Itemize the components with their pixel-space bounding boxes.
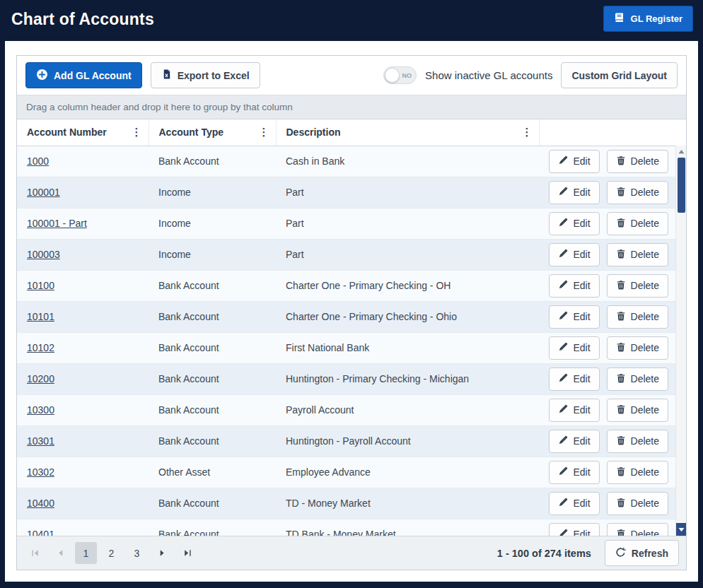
- account-number-link[interactable]: 10301: [27, 435, 54, 447]
- vertical-scrollbar[interactable]: [675, 146, 686, 536]
- delete-button[interactable]: Delete: [607, 181, 668, 204]
- actions-cell: EditDelete: [539, 519, 675, 536]
- edit-button[interactable]: Edit: [549, 243, 599, 266]
- delete-button[interactable]: Delete: [607, 150, 668, 173]
- delete-button[interactable]: Delete: [607, 368, 668, 391]
- pager: 123 1 - 100 of 274 items Refresh: [17, 536, 686, 570]
- page-button-1[interactable]: 1: [75, 542, 97, 564]
- refresh-button[interactable]: Refresh: [605, 540, 679, 566]
- table-row: 100001IncomePartEditDelete: [17, 177, 675, 208]
- description-cell: Payroll Account: [276, 394, 539, 425]
- delete-button[interactable]: Delete: [607, 274, 668, 298]
- delete-button[interactable]: Delete: [607, 523, 668, 536]
- trash-icon: [616, 187, 626, 199]
- column-header-actions: [539, 119, 675, 146]
- plus-icon: [36, 69, 48, 83]
- column-menu-icon[interactable]: ⋮: [129, 126, 144, 139]
- account-number-link[interactable]: 10401: [27, 529, 54, 536]
- page-button-2[interactable]: 2: [100, 542, 122, 564]
- account-type-cell: Income: [149, 208, 276, 239]
- pencil-icon: [558, 280, 568, 292]
- pencil-icon: [558, 155, 568, 167]
- account-type-cell: Bank Account: [149, 488, 276, 519]
- first-page-button[interactable]: [24, 542, 46, 564]
- edit-button[interactable]: Edit: [549, 492, 599, 515]
- account-number-link[interactable]: 10102: [27, 342, 54, 353]
- account-number-link[interactable]: 100001: [27, 187, 60, 198]
- gl-register-button[interactable]: GL Register: [603, 6, 693, 32]
- edit-button[interactable]: Edit: [549, 336, 599, 360]
- edit-button[interactable]: Edit: [549, 461, 599, 484]
- delete-button[interactable]: Delete: [607, 430, 668, 453]
- column-header-account-number[interactable]: Account Number⋮: [17, 119, 149, 146]
- table-row: 1000Bank AccountCash in BankEditDelete: [17, 146, 675, 177]
- table-body: 1000Bank AccountCash in BankEditDelete10…: [17, 146, 675, 536]
- edit-button[interactable]: Edit: [549, 523, 599, 536]
- column-label: Account Number: [27, 127, 107, 138]
- scroll-up-icon[interactable]: [676, 146, 687, 157]
- page-button-3[interactable]: 3: [126, 542, 148, 564]
- account-number-cell: 10102: [17, 332, 149, 363]
- previous-page-button[interactable]: [50, 542, 71, 564]
- trash-icon: [616, 280, 626, 292]
- account-number-link[interactable]: 100003: [27, 249, 60, 260]
- pencil-icon: [558, 466, 568, 478]
- delete-button[interactable]: Delete: [607, 243, 668, 266]
- account-number-link[interactable]: 10100: [27, 280, 54, 291]
- refresh-label: Refresh: [632, 548, 668, 559]
- account-number-link[interactable]: 10300: [27, 404, 54, 416]
- page: Chart of Accounts GL Register Add GL Acc…: [0, 0, 703, 588]
- edit-button[interactable]: Edit: [549, 212, 599, 235]
- pencil-icon: [558, 218, 568, 230]
- export-excel-button[interactable]: Export to Excel: [151, 62, 260, 88]
- account-type-cell: Bank Account: [149, 270, 276, 301]
- actions-cell: EditDelete: [539, 363, 675, 394]
- edit-button[interactable]: Edit: [549, 430, 599, 453]
- column-menu-icon[interactable]: ⋮: [520, 126, 535, 139]
- last-page-button[interactable]: [177, 542, 199, 564]
- account-type-cell: Bank Account: [149, 301, 276, 332]
- actions-cell: EditDelete: [539, 488, 675, 519]
- description-cell: Part: [276, 177, 539, 208]
- actions-cell: EditDelete: [539, 332, 675, 363]
- edit-button[interactable]: Edit: [549, 399, 599, 422]
- edit-button[interactable]: Edit: [549, 274, 599, 298]
- delete-button[interactable]: Delete: [607, 305, 668, 329]
- edit-button[interactable]: Edit: [549, 368, 599, 391]
- account-number-cell: 10301: [17, 425, 149, 457]
- group-drop-area[interactable]: Drag a column header and drop it here to…: [17, 95, 686, 119]
- scroll-down-icon[interactable]: [676, 523, 687, 536]
- add-gl-account-button[interactable]: Add GL Account: [25, 62, 142, 88]
- scrollbar-thumb[interactable]: [678, 158, 685, 213]
- account-number-link[interactable]: 10400: [27, 498, 54, 509]
- delete-button[interactable]: Delete: [607, 212, 668, 235]
- actions-cell: EditDelete: [539, 146, 675, 177]
- show-inactive-toggle[interactable]: NO: [383, 66, 417, 84]
- column-header-description[interactable]: Description⋮: [276, 119, 539, 146]
- edit-button[interactable]: Edit: [549, 305, 599, 329]
- account-number-link[interactable]: 100001 - Part: [27, 218, 87, 229]
- description-cell: First National Bank: [276, 332, 539, 363]
- edit-button[interactable]: Edit: [549, 150, 599, 173]
- account-number-cell: 10400: [17, 488, 149, 519]
- account-type-cell: Bank Account: [149, 425, 276, 457]
- delete-button[interactable]: Delete: [607, 399, 668, 422]
- gl-register-label: GL Register: [631, 13, 682, 24]
- pager-pages: 123: [75, 542, 148, 564]
- account-number-link[interactable]: 1000: [27, 155, 49, 167]
- delete-button[interactable]: Delete: [607, 492, 668, 515]
- account-number-cell: 10101: [17, 301, 149, 332]
- account-number-link[interactable]: 10302: [27, 466, 54, 478]
- account-number-cell: 1000: [17, 146, 149, 177]
- custom-grid-layout-button[interactable]: Custom Grid Layout: [561, 62, 678, 88]
- delete-button[interactable]: Delete: [607, 336, 668, 360]
- delete-button[interactable]: Delete: [607, 461, 668, 484]
- column-menu-icon[interactable]: ⋮: [257, 126, 272, 139]
- column-header-account-type[interactable]: Account Type⋮: [149, 119, 276, 146]
- edit-button[interactable]: Edit: [549, 181, 599, 204]
- account-number-link[interactable]: 10200: [27, 373, 54, 384]
- pencil-icon: [558, 404, 568, 416]
- account-number-link[interactable]: 10101: [27, 311, 54, 322]
- account-number-cell: 100001 - Part: [17, 208, 149, 239]
- next-page-button[interactable]: [151, 542, 173, 564]
